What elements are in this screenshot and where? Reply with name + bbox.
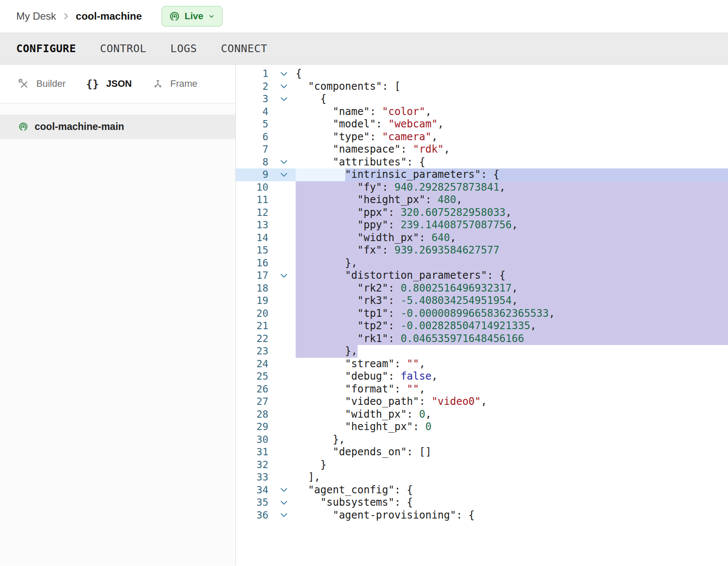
code-text[interactable]: "components": [ <box>296 80 728 93</box>
line-number[interactable]: 13 <box>236 219 272 232</box>
line-number[interactable]: 3 <box>236 93 272 106</box>
fold-chevron-icon[interactable] <box>272 68 296 80</box>
code-text[interactable]: "ppy": 239.14408757087756, <box>296 219 728 232</box>
line-number[interactable]: 8 <box>236 156 272 169</box>
line-number[interactable]: 6 <box>236 131 272 144</box>
line-number[interactable]: 4 <box>236 106 272 118</box>
code-line[interactable]: 21 "tp2": -0.002828504714921335, <box>236 320 728 333</box>
fold-chevron-icon[interactable] <box>272 168 296 181</box>
code-line[interactable]: 36 "agent-provisioning": { <box>236 509 728 522</box>
code-line[interactable]: 34 "agent_config": { <box>236 484 728 497</box>
line-number[interactable]: 18 <box>236 282 272 295</box>
code-line[interactable]: 12 "ppx": 320.6075282958033, <box>236 206 728 219</box>
mode-frame[interactable]: Frame <box>153 78 198 89</box>
line-number[interactable]: 32 <box>236 459 272 472</box>
fold-chevron-icon[interactable] <box>272 80 296 93</box>
code-line[interactable]: 7 "namespace": "rdk", <box>236 143 728 156</box>
code-text[interactable]: "depends_on": [] <box>296 446 728 459</box>
code-line[interactable]: 2 "components": [ <box>236 80 728 93</box>
code-text[interactable]: "format": "", <box>296 383 728 396</box>
code-text[interactable]: "name": "color", <box>296 106 728 118</box>
code-line[interactable]: 8 "attributes": { <box>236 156 728 169</box>
line-number[interactable]: 7 <box>236 143 272 156</box>
fold-chevron-icon[interactable] <box>272 156 296 169</box>
fold-chevron-icon[interactable] <box>272 496 296 509</box>
line-number[interactable]: 27 <box>236 395 272 408</box>
line-number[interactable]: 1 <box>236 68 272 80</box>
tab-control[interactable]: CONTROL <box>100 42 147 55</box>
code-text[interactable]: "rk1": 0.046535971648456166 <box>296 333 728 345</box>
code-line[interactable]: 17 "distortion_parameters": { <box>236 269 728 282</box>
code-text[interactable]: "width_px": 640, <box>296 232 728 245</box>
code-text[interactable]: { <box>296 68 728 80</box>
code-text[interactable]: "fy": 940.2928257873841, <box>296 181 728 194</box>
line-number[interactable]: 29 <box>236 421 272 433</box>
code-line[interactable]: 31 "depends_on": [] <box>236 446 728 459</box>
code-line[interactable]: 15 "fx": 939.2693584627577 <box>236 244 728 257</box>
code-text[interactable]: "model": "webcam", <box>296 118 728 131</box>
code-line[interactable]: 14 "width_px": 640, <box>236 232 728 245</box>
code-line[interactable]: 18 "rk2": 0.8002516496932317, <box>236 282 728 295</box>
breadcrumb-root-link[interactable]: My Desk <box>16 10 56 22</box>
code-text[interactable]: { <box>296 93 728 106</box>
code-text[interactable]: "fx": 939.2693584627577 <box>296 244 728 257</box>
code-text[interactable]: "rk2": 0.8002516496932317, <box>296 282 728 295</box>
code-line[interactable]: 1{ <box>236 68 728 80</box>
code-text[interactable]: }, <box>296 257 728 270</box>
code-line[interactable]: 10 "fy": 940.2928257873841, <box>236 181 728 194</box>
code-line[interactable]: 27 "video_path": "video0", <box>236 395 728 408</box>
code-text[interactable]: "tp1": -0.000008996658362365533, <box>296 307 728 320</box>
tab-connect[interactable]: CONNECT <box>221 42 267 55</box>
line-number[interactable]: 30 <box>236 433 272 446</box>
tab-logs[interactable]: LOGS <box>170 42 197 55</box>
code-text[interactable]: "namespace": "rdk", <box>296 143 728 156</box>
line-number[interactable]: 31 <box>236 446 272 459</box>
line-number[interactable]: 34 <box>236 484 272 497</box>
code-text[interactable]: }, <box>296 433 728 446</box>
code-text[interactable]: }, <box>296 345 728 358</box>
code-line[interactable]: 20 "tp1": -0.000008996658362365533, <box>236 307 728 320</box>
json-editor[interactable]: 1{2 "components": [3 {4 "name": "color",… <box>236 65 728 566</box>
line-number[interactable]: 9 <box>236 168 272 181</box>
code-line[interactable]: 4 "name": "color", <box>236 106 728 118</box>
line-number[interactable]: 2 <box>236 80 272 93</box>
line-number[interactable]: 35 <box>236 496 272 509</box>
line-number[interactable]: 10 <box>236 181 272 194</box>
code-text[interactable]: "ppx": 320.6075282958033, <box>296 206 728 219</box>
code-line[interactable]: 6 "type": "camera", <box>236 131 728 144</box>
line-number[interactable]: 15 <box>236 244 272 257</box>
code-line[interactable]: 25 "debug": false, <box>236 370 728 383</box>
line-number[interactable]: 19 <box>236 295 272 307</box>
code-line[interactable]: 5 "model": "webcam", <box>236 118 728 131</box>
code-line[interactable]: 23 }, <box>236 345 728 358</box>
line-number[interactable]: 23 <box>236 345 272 358</box>
line-number[interactable]: 12 <box>236 206 272 219</box>
code-line[interactable]: 19 "rk3": -5.408034254951954, <box>236 295 728 307</box>
code-line[interactable]: 24 "stream": "", <box>236 358 728 371</box>
code-line[interactable]: 9 "intrinsic_parameters": { <box>236 168 728 181</box>
line-number[interactable]: 33 <box>236 471 272 484</box>
line-number[interactable]: 36 <box>236 509 272 522</box>
code-text[interactable]: "height_px": 480, <box>296 194 728 206</box>
code-text[interactable]: "attributes": { <box>296 156 728 169</box>
code-line[interactable]: 29 "height_px": 0 <box>236 421 728 433</box>
code-line[interactable]: 13 "ppy": 239.14408757087756, <box>236 219 728 232</box>
line-number[interactable]: 17 <box>236 269 272 282</box>
code-line[interactable]: 30 }, <box>236 433 728 446</box>
code-text[interactable]: } <box>296 459 728 472</box>
line-number[interactable]: 25 <box>236 370 272 383</box>
code-text[interactable]: "intrinsic_parameters": { <box>296 168 728 181</box>
code-text[interactable]: "tp2": -0.002828504714921335, <box>296 320 728 333</box>
code-line[interactable]: 35 "subsystems": { <box>236 496 728 509</box>
code-text[interactable]: ], <box>296 471 728 484</box>
code-line[interactable]: 32 } <box>236 459 728 472</box>
line-number[interactable]: 28 <box>236 408 272 421</box>
fold-chevron-icon[interactable] <box>272 93 296 106</box>
code-area[interactable]: 1{2 "components": [3 {4 "name": "color",… <box>236 68 728 522</box>
code-text[interactable]: "width_px": 0, <box>296 408 728 421</box>
line-number[interactable]: 21 <box>236 320 272 333</box>
fold-chevron-icon[interactable] <box>272 509 296 522</box>
line-number[interactable]: 20 <box>236 307 272 320</box>
fold-chevron-icon[interactable] <box>272 269 296 282</box>
code-text[interactable]: "distortion_parameters": { <box>296 269 728 282</box>
